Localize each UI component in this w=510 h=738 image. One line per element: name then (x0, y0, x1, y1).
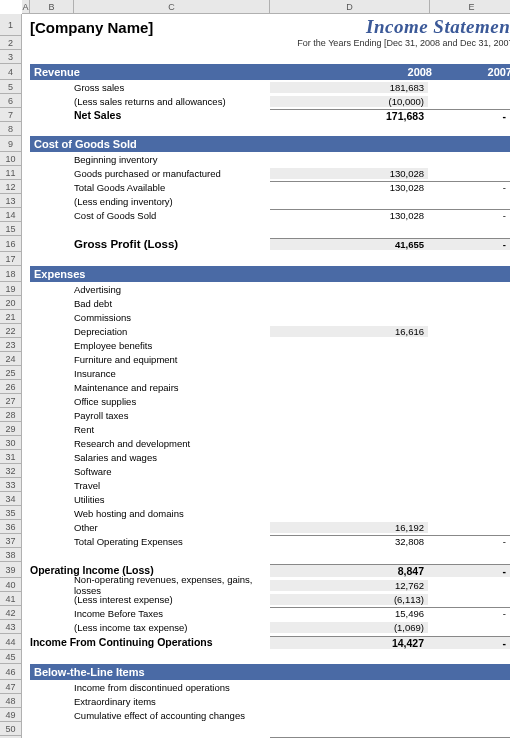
row-beg-inv: Beginning inventory (30, 152, 510, 166)
row-cogs-total: Cost of Goods Sold130,028- (30, 208, 510, 222)
row-header-30[interactable]: 30 (0, 436, 22, 450)
row-header-1[interactable]: 1 (0, 14, 22, 36)
row-header-50[interactable]: 50 (0, 722, 22, 736)
row-header-6[interactable]: 6 (0, 94, 22, 108)
row-software: Software (30, 464, 510, 478)
row-commissions: Commissions (30, 310, 510, 324)
row-header-19[interactable]: 19 (0, 282, 22, 296)
row-income-before-taxes: Income Before Taxes15,496- (30, 606, 510, 620)
row-header-49[interactable]: 49 (0, 708, 22, 722)
year-col-1: 2008 (322, 66, 432, 78)
row-header-39[interactable]: 39 (0, 562, 22, 578)
row-header-35[interactable]: 35 (0, 506, 22, 520)
row-header-33[interactable]: 33 (0, 478, 22, 492)
row-header-2[interactable]: 2 (0, 36, 22, 50)
section-revenue: Revenue 2008 2007 (30, 64, 510, 80)
row-payroll-taxes: Payroll taxes (30, 408, 510, 422)
row-header-14[interactable]: 14 (0, 208, 22, 222)
row-insurance: Insurance (30, 366, 510, 380)
subtitle: For the Years Ending [Dec 31, 2008 and D… (30, 36, 510, 50)
section-cogs: Cost of Goods Sold (30, 136, 510, 152)
row-non-operating: Non-operating revenues, expenses, gains,… (30, 578, 510, 592)
row-header-12[interactable]: 12 (0, 180, 22, 194)
row-header-47[interactable]: 47 (0, 680, 22, 694)
col-header-d[interactable]: D (270, 0, 430, 13)
row-header-27[interactable]: 27 (0, 394, 22, 408)
row-advertising: Advertising (30, 282, 510, 296)
row-extraordinary: Extraordinary items (30, 694, 510, 708)
row-rnd: Research and development (30, 436, 510, 450)
row-header-10[interactable]: 10 (0, 152, 22, 166)
row-goods-purchased: Goods purchased or manufactured130,028 (30, 166, 510, 180)
row-header-20[interactable]: 20 (0, 296, 22, 310)
company-name: [Company Name] (30, 19, 153, 36)
row-discontinued-ops: Income from discontinued operations (30, 680, 510, 694)
row-header-37[interactable]: 37 (0, 534, 22, 548)
row-gross-profit: Gross Profit (Loss)41,655- (30, 236, 510, 252)
col-header-e[interactable]: E (430, 0, 510, 13)
row-gross-sales: Gross sales181,683 (30, 80, 510, 94)
row-utilities: Utilities (30, 492, 510, 506)
row-maintenance: Maintenance and repairs (30, 380, 510, 394)
row-header-7[interactable]: 7 (0, 108, 22, 122)
row-office-supplies: Office supplies (30, 394, 510, 408)
row-header-18[interactable]: 18 (0, 266, 22, 282)
row-header-32[interactable]: 32 (0, 464, 22, 478)
row-header-3[interactable]: 3 (0, 50, 22, 64)
row-income-cont-ops: Income From Continuing Operations14,427- (30, 634, 510, 650)
col-header-c[interactable]: C (74, 0, 270, 13)
row-header-41[interactable]: 41 (0, 592, 22, 606)
row-net-sales: Net Sales171,683- (30, 108, 510, 122)
row-salaries: Salaries and wages (30, 450, 510, 464)
row-web-hosting: Web hosting and domains (30, 506, 510, 520)
row-header-31[interactable]: 31 (0, 450, 22, 464)
column-headers: A B C D E F (22, 0, 510, 14)
year-col-2: 2007 (432, 66, 510, 78)
row-header-24[interactable]: 24 (0, 352, 22, 366)
row-header-40[interactable]: 40 (0, 578, 22, 592)
row-header-34[interactable]: 34 (0, 492, 22, 506)
row-rent: Rent (30, 422, 510, 436)
row-header-15[interactable]: 15 (0, 222, 22, 236)
row-header-11[interactable]: 11 (0, 166, 22, 180)
row-end-inv: (Less ending inventory) (30, 194, 510, 208)
row-header-16[interactable]: 16 (0, 236, 22, 252)
row-depreciation: Depreciation16,616 (30, 324, 510, 338)
row-header-48[interactable]: 48 (0, 694, 22, 708)
row-bad-debt: Bad debt (30, 296, 510, 310)
row-header-21[interactable]: 21 (0, 310, 22, 324)
title-row: [Company Name] Income Statement (30, 14, 510, 36)
row-header-45[interactable]: 45 (0, 650, 22, 664)
row-cumulative-effect: Cumulative effect of accounting changes (30, 708, 510, 722)
col-header-a[interactable]: A (22, 0, 30, 13)
row-headers: 1234567891011121314151617181920212223242… (0, 14, 22, 738)
row-header-4[interactable]: 4 (0, 64, 22, 80)
row-header-42[interactable]: 42 (0, 606, 22, 620)
row-header-43[interactable]: 43 (0, 620, 22, 634)
row-header-29[interactable]: 29 (0, 422, 22, 436)
section-below-line: Below-the-Line Items (30, 664, 510, 680)
row-employee-benefits: Employee benefits (30, 338, 510, 352)
spreadsheet-body[interactable]: [Company Name] Income Statement For the … (30, 14, 510, 738)
section-expenses: Expenses (30, 266, 510, 282)
row-header-38[interactable]: 38 (0, 548, 22, 562)
row-travel: Travel (30, 478, 510, 492)
row-header-23[interactable]: 23 (0, 338, 22, 352)
row-header-28[interactable]: 28 (0, 408, 22, 422)
row-furniture: Furniture and equipment (30, 352, 510, 366)
row-header-5[interactable]: 5 (0, 80, 22, 94)
row-header-46[interactable]: 46 (0, 664, 22, 680)
row-header-44[interactable]: 44 (0, 634, 22, 650)
row-returns: (Less sales returns and allowances)(10,0… (30, 94, 510, 108)
row-header-22[interactable]: 22 (0, 324, 22, 338)
row-header-13[interactable]: 13 (0, 194, 22, 208)
row-header-9[interactable]: 9 (0, 136, 22, 152)
row-header-8[interactable]: 8 (0, 122, 22, 136)
row-header-25[interactable]: 25 (0, 366, 22, 380)
row-total-opex: Total Operating Expenses32,808- (30, 534, 510, 548)
row-less-tax: (Less income tax expense)(1,069) (30, 620, 510, 634)
col-header-b[interactable]: B (30, 0, 74, 13)
row-header-17[interactable]: 17 (0, 252, 22, 266)
row-header-26[interactable]: 26 (0, 380, 22, 394)
row-header-36[interactable]: 36 (0, 520, 22, 534)
